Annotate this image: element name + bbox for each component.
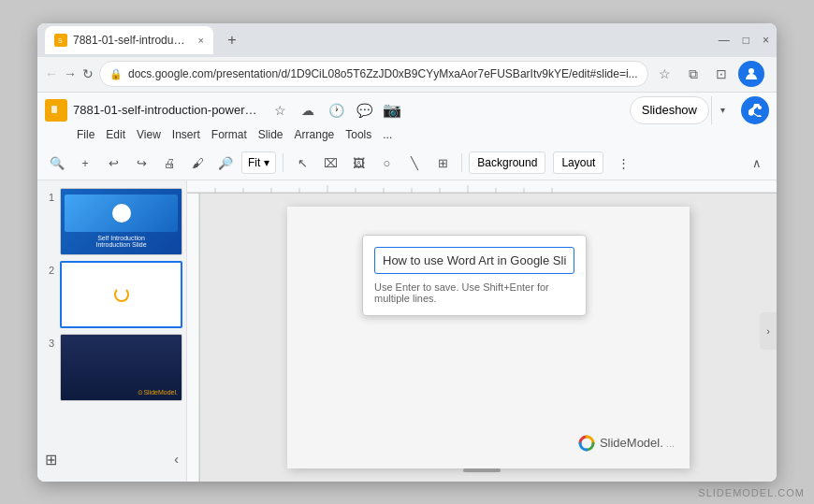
thumb1-text: Self IntroductionIntroduction Slide — [95, 235, 146, 248]
slideshow-button[interactable]: Slideshow — [630, 96, 709, 124]
slide-thumbnail-3[interactable]: ⊙SlideModel. — [60, 334, 182, 401]
maximize-button[interactable]: □ — [743, 34, 749, 47]
zoom-selector[interactable]: Fit ▾ — [241, 151, 276, 174]
menu-arrange[interactable]: Arrange — [289, 126, 341, 143]
browser-menu-button[interactable]: ⋮ — [770, 65, 777, 83]
star-icon[interactable]: ☆ — [269, 100, 290, 121]
slide-item-3: 3 ⊙SlideModel. — [41, 334, 182, 401]
slide-number-3: 3 — [41, 338, 54, 349]
minimize-button[interactable]: — — [719, 34, 730, 47]
zoom-out-button[interactable]: 🔍 — [45, 151, 69, 175]
toolbar-divider-1 — [283, 153, 283, 172]
refresh-button[interactable]: ↻ — [82, 63, 94, 85]
window-controls: — □ × — [719, 34, 769, 47]
ruler-left — [187, 194, 200, 482]
print-button[interactable]: 🖨 — [157, 151, 182, 175]
lock-icon: 🔒 — [109, 68, 123, 80]
url-bar[interactable]: 🔒 docs.google.com/presentation/d/1D9CiL0… — [99, 61, 648, 87]
slide-number-1: 1 — [41, 192, 54, 203]
slide-item-1: 1 Self IntroductionIntroduction Slide — [41, 188, 182, 255]
slideshow-dropdown-button[interactable]: ▾ — [711, 96, 734, 124]
close-button[interactable]: × — [763, 34, 769, 47]
menu-slide[interactable]: Slide — [253, 126, 289, 143]
cast-icon[interactable]: ⊡ — [710, 63, 733, 85]
panel-bottom: ⊞ ‹ — [41, 445, 182, 474]
paint-format-button[interactable]: 🖌 — [185, 151, 210, 175]
forward-button[interactable]: → — [64, 63, 77, 85]
undo-button[interactable]: ↩ — [101, 151, 125, 175]
browser-tab[interactable]: S 7881-01-self-introduction-pow... × — [45, 26, 213, 54]
grid-view-button[interactable]: ⊞ — [45, 451, 57, 468]
back-button[interactable]: ← — [45, 63, 58, 85]
shapes-tool[interactable]: ○ — [374, 151, 399, 175]
panel-collapse-button[interactable]: ‹ — [174, 452, 179, 467]
doc-action-icons: ☆ ☁ 🕐 💬 📷 — [269, 100, 402, 121]
slide-canvas: Use Enter to save. Use Shift+Enter for m… — [287, 207, 690, 468]
more-options-button[interactable]: ⋮ — [611, 151, 635, 175]
zoom-level: Fit — [248, 156, 260, 169]
comment-tool[interactable]: ⊞ — [430, 151, 455, 175]
slide-logo-dots: ... — [666, 438, 675, 449]
title-bar: S 7881-01-self-introduction-pow... × + —… — [37, 23, 777, 57]
watermark: SLIDEMODEL.COM — [698, 487, 805, 498]
address-bar-right: ☆ ⧉ ⊡ ⋮ — [654, 61, 777, 87]
menu-format[interactable]: Format — [206, 126, 253, 143]
zoom-icon-button[interactable]: 🔎 — [213, 151, 238, 175]
main-content: 1 Self IntroductionIntroduction Slide 2 — [37, 180, 777, 482]
panel-right-collapse-button[interactable]: › — [760, 312, 777, 350]
url-text: docs.google.com/presentation/d/1D9CiL08o… — [128, 67, 638, 80]
comment-icon[interactable]: 💬 — [354, 100, 374, 121]
slides-header: 7881-01-self-introduction-powerpoint-...… — [37, 93, 777, 126]
canvas-scroll-indicator[interactable] — [463, 468, 501, 472]
menu-more[interactable]: ... — [377, 126, 398, 143]
ruler-top — [187, 180, 777, 194]
doc-title: 7881-01-self-introduction-powerpoint-... — [73, 103, 260, 117]
svg-text:S: S — [58, 37, 63, 44]
select-tool[interactable]: ↖ — [290, 151, 314, 175]
slideshow-label: Slideshow — [642, 103, 697, 117]
word-art-dialog: Use Enter to save. Use Shift+Enter for m… — [362, 235, 587, 316]
line-tool[interactable]: ╲ — [402, 151, 427, 175]
slides-doc-icon — [45, 99, 67, 122]
svg-rect-4 — [51, 106, 57, 113]
menu-file[interactable]: File — [71, 126, 100, 143]
profile-button[interactable] — [738, 61, 764, 87]
layout-button[interactable]: Layout — [553, 151, 603, 174]
address-bar: ← → ↻ 🔒 docs.google.com/presentation/d/1… — [37, 57, 777, 93]
bookmark-star-icon[interactable]: ☆ — [654, 63, 676, 85]
tab-close-button[interactable]: × — [198, 35, 204, 46]
menu-edit[interactable]: Edit — [100, 126, 131, 143]
slide-logo: SlideModel. ... — [576, 433, 675, 454]
loading-spinner — [114, 287, 129, 302]
slide-thumbnail-1[interactable]: Self IntroductionIntroduction Slide — [60, 188, 182, 255]
slide-item-2: 2 — [41, 261, 182, 328]
text-tool[interactable]: ⌧ — [318, 151, 342, 175]
cloud-icon[interactable]: ☁ — [298, 100, 318, 121]
menu-view[interactable]: View — [131, 126, 167, 143]
image-tool[interactable]: 🖼 — [346, 151, 371, 175]
slide-logo-text: SlideModel. — [600, 436, 663, 450]
tab-favicon: S — [54, 34, 67, 47]
new-tab-button[interactable]: + — [219, 27, 245, 53]
background-button[interactable]: Background — [469, 151, 545, 174]
redo-button[interactable]: ↪ — [129, 151, 153, 175]
zoom-dropdown-icon: ▾ — [264, 156, 269, 169]
collapse-toolbar-button[interactable]: ∧ — [745, 151, 769, 175]
word-art-input[interactable] — [374, 247, 574, 274]
video-icon[interactable]: 📷 — [382, 100, 402, 121]
canvas-area: Use Enter to save. Use Shift+Enter for m… — [187, 180, 777, 482]
word-art-hint: Use Enter to save. Use Shift+Enter for m… — [374, 281, 574, 304]
share-button[interactable] — [741, 96, 769, 124]
tab-title: 7881-01-self-introduction-pow... — [73, 34, 185, 47]
add-button[interactable]: + — [73, 151, 97, 175]
formatting-toolbar: 🔍 + ↩ ↪ 🖨 🖌 🔎 Fit ▾ ↖ ⌧ 🖼 ○ ╲ ⊞ Backgrou… — [37, 147, 777, 180]
history-icon[interactable]: 🕐 — [326, 100, 346, 121]
slide-thumbnail-2[interactable] — [60, 261, 182, 328]
toolbar-divider-2 — [461, 153, 462, 172]
extensions-icon[interactable]: ⧉ — [682, 63, 705, 85]
menu-insert[interactable]: Insert — [167, 126, 206, 143]
slide-panel: 1 Self IntroductionIntroduction Slide 2 — [37, 180, 187, 482]
menu-tools[interactable]: Tools — [340, 126, 377, 143]
browser-window: S 7881-01-self-introduction-pow... × + —… — [37, 23, 777, 482]
slide-number-2: 2 — [41, 265, 54, 276]
